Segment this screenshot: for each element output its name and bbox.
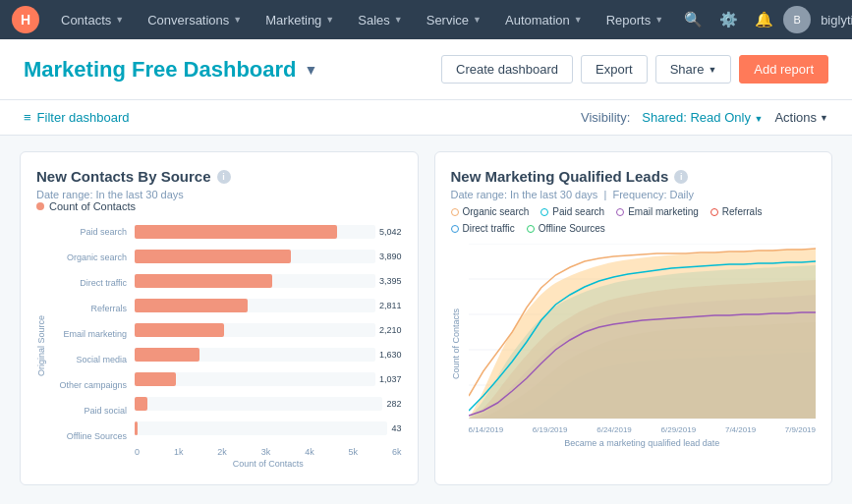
bar-row: 2,811	[135, 296, 402, 315]
legend-item: Direct traffic	[451, 223, 515, 234]
bar-value: 1,037	[379, 374, 402, 384]
nav-marketing[interactable]: Marketing ▼	[256, 0, 344, 39]
share-button[interactable]: Share ▼	[655, 55, 732, 84]
x-axis-label: 3k	[261, 447, 271, 457]
x-axis-label: 1k	[174, 447, 184, 457]
nav-sales[interactable]: Sales ▼	[348, 0, 412, 39]
nav-contacts[interactable]: Contacts ▼	[51, 0, 134, 39]
x-axis-labels: 01k2k3k4k5k6k	[135, 447, 402, 457]
x-axis-label: 6/14/2019	[469, 425, 504, 434]
y-axis-title: Count of Contacts	[451, 240, 461, 448]
bar-row: 282	[135, 394, 402, 414]
x-axis-label: 6/24/2019	[596, 425, 632, 434]
bar-y-label: Email marketing	[63, 324, 127, 344]
legend-color-swatch	[451, 225, 459, 233]
title-row: Marketing Free Dashboard ▼	[24, 57, 317, 83]
account-name[interactable]: biglytics.net ▼	[815, 13, 852, 28]
line-chart-wrap: Count of Contacts	[451, 240, 817, 448]
chevron-down-icon: ▼	[574, 15, 583, 25]
hubspot-logo[interactable]: H	[12, 6, 39, 33]
chevron-down-icon: ▼	[708, 65, 716, 75]
search-icon[interactable]: 🔍	[677, 4, 709, 35]
filter-dashboard-button[interactable]: ≡ Filter dashboard	[24, 110, 130, 125]
info-icon[interactable]: i	[217, 170, 231, 184]
bar-row: 1,630	[135, 345, 402, 364]
filter-bar: ≡ Filter dashboard Visibility: Shared: R…	[0, 100, 852, 136]
page-header: Marketing Free Dashboard ▼ Create dashbo…	[0, 39, 852, 100]
bar-y-label: Other campaigns	[59, 375, 127, 395]
x-axis-label: 6/29/2019	[661, 425, 697, 434]
bar-y-label: Social media	[76, 350, 127, 369]
bars-area: 5,0423,8903,3952,8112,2101,6301,03728243	[135, 222, 402, 443]
visibility-value[interactable]: Shared: Read Only ▼	[642, 110, 763, 125]
legend-item: Referrals	[710, 206, 763, 217]
notifications-icon[interactable]: 🔔	[748, 4, 779, 35]
card-title: New Marketing Qualified Leads i	[451, 168, 817, 185]
line-chart-area	[469, 244, 817, 423]
bar-chart-main: 5,0423,8903,3952,8112,2101,6301,03728243…	[135, 222, 402, 469]
header-actions: Create dashboard Export Share ▼ Add repo…	[441, 55, 828, 84]
chevron-down-icon: ▼	[325, 15, 334, 25]
legend-label: Referrals	[722, 206, 763, 217]
bar-value: 43	[391, 423, 401, 433]
legend-label: Organic search	[463, 206, 530, 217]
filter-right: Visibility: Shared: Read Only ▼ Actions …	[581, 110, 828, 125]
settings-icon[interactable]: ⚙️	[712, 4, 744, 35]
bar-value: 2,210	[379, 325, 402, 335]
bar-value: 3,395	[379, 276, 402, 286]
title-dropdown-icon[interactable]: ▼	[305, 62, 318, 78]
navbar: H Contacts ▼ Conversations ▼ Marketing ▼…	[0, 0, 852, 39]
bar-row: 3,890	[135, 247, 402, 266]
visibility-label: Visibility:	[581, 110, 630, 125]
legend-item: Offline Sources	[527, 223, 605, 234]
bar-y-label: Paid search	[80, 222, 127, 242]
new-mql-card: New Marketing Qualified Leads i Date ran…	[434, 151, 833, 485]
x-axis-title: Count of Contacts	[135, 459, 402, 469]
bar-y-label: Offline Sources	[67, 426, 127, 446]
new-contacts-card: New Contacts By Source i Date range: In …	[20, 151, 419, 485]
bar-y-label: Direct traffic	[80, 273, 127, 293]
bar-y-labels: Paid searchOrganic searchDirect trafficR…	[56, 222, 127, 469]
legend-color-swatch	[527, 225, 535, 233]
legend-color-swatch	[616, 208, 624, 216]
x-axis-label: 6k	[392, 447, 402, 457]
nav-automation[interactable]: Automation ▼	[495, 0, 593, 39]
legend-dot	[36, 202, 44, 210]
x-axis-label: 4k	[305, 447, 314, 457]
x-axis-title: Became a marketing qualified lead date	[469, 438, 817, 448]
bar-row: 1,037	[135, 369, 402, 389]
nav-service[interactable]: Service ▼	[417, 0, 491, 39]
legend-item: Email marketing	[616, 206, 699, 217]
nav-conversations[interactable]: Conversations ▼	[138, 0, 252, 39]
nav-right-section: 🔍 ⚙️ 🔔 B biglytics.net ▼	[677, 4, 852, 35]
chevron-down-icon: ▼	[755, 114, 764, 124]
chevron-down-icon: ▼	[820, 113, 828, 123]
export-button[interactable]: Export	[581, 55, 648, 84]
legend-label: Direct traffic	[463, 223, 515, 234]
bar-row: 43	[135, 419, 402, 438]
page-title: Marketing Free Dashboard	[24, 57, 297, 83]
chevron-down-icon: ▼	[654, 15, 663, 25]
legend-color-swatch	[540, 208, 548, 216]
filter-icon: ≡	[24, 110, 31, 125]
line-chart-legend: Organic searchPaid searchEmail marketing…	[451, 206, 817, 234]
info-icon[interactable]: i	[674, 170, 688, 184]
x-axis-label: 6/19/2019	[533, 425, 568, 434]
add-report-button[interactable]: Add report	[739, 55, 828, 84]
bar-value: 282	[386, 399, 401, 409]
avatar[interactable]: B	[783, 6, 811, 33]
actions-button[interactable]: Actions ▼	[774, 110, 828, 125]
chevron-down-icon: ▼	[394, 15, 403, 25]
bar-chart-legend: Count of Contacts	[36, 200, 402, 212]
x-axis-label: 7/9/2019	[785, 425, 816, 434]
legend-item: Organic search	[451, 206, 530, 217]
legend-label: Email marketing	[628, 206, 699, 217]
legend-color-swatch	[710, 208, 718, 216]
card-date-range: Date range: In the last 30 days | Freque…	[451, 189, 817, 200]
create-dashboard-button[interactable]: Create dashboard	[441, 55, 573, 84]
bar-value: 1,630	[379, 350, 402, 360]
nav-reports[interactable]: Reports ▼	[596, 0, 673, 39]
legend-label: Offline Sources	[539, 223, 605, 234]
bar-row: 5,042	[135, 222, 402, 242]
bar-y-label: Organic search	[67, 248, 127, 267]
